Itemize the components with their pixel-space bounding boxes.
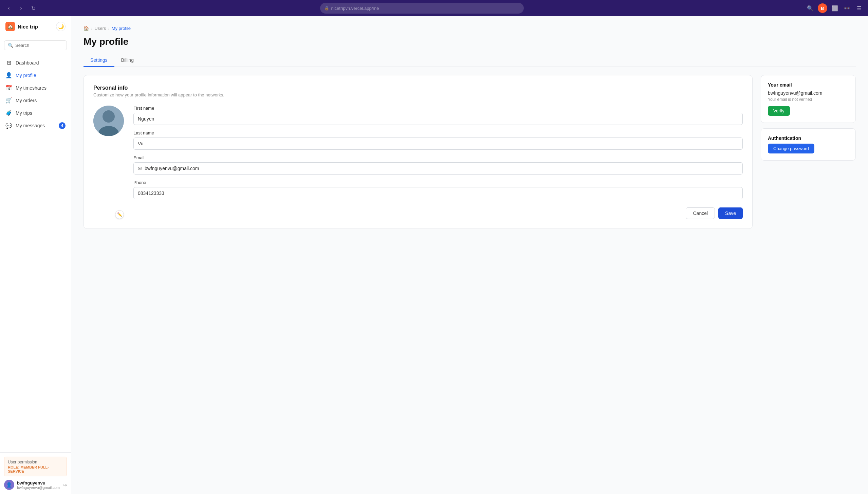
sidebar-header: 🏠 Nice trip 🌙	[0, 16, 71, 37]
card-title: Personal info	[93, 85, 743, 91]
email-card-title: Your email	[768, 82, 849, 88]
first-name-label: First name	[133, 106, 743, 111]
last-name-group: Last name	[133, 130, 743, 150]
email-display: bwfnguyenvu@gmail.com	[768, 90, 849, 96]
logo: 🏠 Nice trip	[5, 22, 38, 31]
email-label: Email	[133, 155, 743, 160]
sidebar-item-my-profile[interactable]: 👤 My profile	[0, 69, 71, 81]
email-input-wrapper: ✉	[133, 162, 743, 175]
user-avatar: 👤	[4, 480, 14, 490]
split-view-button[interactable]: ⬜	[830, 3, 839, 13]
sidebar-item-label: My profile	[16, 73, 36, 78]
auth-card: Authentication Change password	[761, 128, 856, 161]
trips-icon: 🧳	[5, 110, 12, 116]
logo-text: Nice trip	[18, 24, 38, 30]
sidebar-item-label: My timeshares	[16, 85, 47, 91]
search-browser-button[interactable]: 🔍	[806, 3, 815, 13]
breadcrumb-current: My profile	[112, 26, 131, 31]
personal-info-card: Personal info Customize how your profile…	[84, 75, 753, 229]
content-grid: Personal info Customize how your profile…	[84, 75, 856, 229]
last-name-label: Last name	[133, 130, 743, 135]
logo-icon: 🏠	[5, 22, 15, 31]
menu-button[interactable]: ☰	[854, 3, 864, 13]
verify-button[interactable]: Verify	[768, 106, 790, 116]
sidebar-nav: ⊞ Dashboard 👤 My profile 📅 My timeshares…	[0, 54, 71, 452]
user-permission-box: User permission ROLE: MEMBER FULL-SERVIC…	[4, 457, 67, 476]
user-email: bwfnguyenvu@gmail.com	[17, 486, 60, 490]
sidebar-item-label: My orders	[16, 98, 37, 103]
email-input[interactable]	[145, 166, 738, 171]
profile-icon: 👤	[5, 72, 12, 78]
email-card: Your email bwfnguyenvu@gmail.com Your em…	[761, 75, 856, 123]
sidebar-item-my-timeshares[interactable]: 📅 My timeshares	[0, 81, 71, 94]
sidebar-footer: User permission ROLE: MEMBER FULL-SERVIC…	[0, 452, 71, 494]
phone-group: Phone	[133, 180, 743, 199]
back-button[interactable]: ‹	[4, 3, 14, 13]
sidebar-item-label: My trips	[16, 110, 32, 116]
form-actions: Cancel Save	[133, 207, 743, 219]
browser-chrome: ‹ › ↻ 🔒 nicetripvn.vercel.app/me 🔍 B ⬜ 👓…	[0, 0, 868, 16]
first-name-input[interactable]	[133, 113, 743, 125]
home-icon[interactable]: 🏠	[84, 26, 89, 31]
sidebar-item-my-messages[interactable]: 💬 My messages 4	[0, 119, 71, 132]
main-content: 🏠 › Users › My profile My profile Settin…	[71, 16, 868, 494]
app-layout: 🏠 Nice trip 🌙 🔍 ⊞ Dashboard 👤 My profile…	[0, 16, 868, 494]
page-title: My profile	[84, 36, 856, 47]
email-not-verified: Your email is not verified	[768, 97, 849, 102]
connection-icon: 🔒	[324, 6, 329, 11]
breadcrumb: 🏠 › Users › My profile	[84, 26, 856, 31]
avatar-section: ✏️	[93, 106, 124, 219]
first-name-group: First name	[133, 106, 743, 125]
cancel-button[interactable]: Cancel	[686, 207, 715, 219]
phone-input[interactable]	[133, 187, 743, 199]
search-wrapper: 🔍	[4, 40, 67, 50]
form-fields: First name Last name Email ✉	[133, 106, 743, 219]
search-input[interactable]	[15, 43, 63, 48]
avatar-edit-button[interactable]: ✏️	[115, 210, 124, 219]
glasses-button[interactable]: 👓	[842, 3, 852, 13]
last-name-input[interactable]	[133, 138, 743, 150]
breadcrumb-users[interactable]: Users	[94, 26, 106, 31]
svg-point-1	[103, 110, 115, 123]
change-password-button[interactable]: Change password	[768, 144, 814, 153]
tab-settings[interactable]: Settings	[84, 54, 114, 67]
dashboard-icon: ⊞	[5, 59, 12, 66]
card-subtitle: Customize how your profile information w…	[93, 92, 743, 97]
right-cards: Your email bwfnguyenvu@gmail.com Your em…	[761, 75, 856, 161]
mail-icon: ✉	[138, 166, 142, 171]
logout-button[interactable]: ↪	[62, 482, 67, 488]
orders-icon: 🛒	[5, 97, 12, 104]
avatar	[93, 106, 124, 136]
page-tabs: Settings Billing	[84, 54, 856, 67]
phone-label: Phone	[133, 180, 743, 185]
dark-mode-toggle[interactable]: 🌙	[56, 22, 66, 31]
sidebar-item-dashboard[interactable]: ⊞ Dashboard	[0, 56, 71, 69]
sidebar-search-area: 🔍	[0, 37, 71, 54]
sidebar-item-my-trips[interactable]: 🧳 My trips	[0, 107, 71, 119]
username: bwfnguyenvu	[17, 480, 60, 486]
user-info-row: 👤 bwfnguyenvu bwfnguyenvu@gmail.com ↪	[4, 480, 67, 490]
profile-form-layout: ✏️ First name Last name Email	[93, 106, 743, 219]
brave-shield-icon[interactable]: B	[818, 3, 827, 13]
sidebar-item-label: My messages	[16, 123, 45, 128]
forward-button[interactable]: ›	[16, 3, 26, 13]
permission-label: User permission	[8, 460, 63, 464]
sidebar-item-my-orders[interactable]: 🛒 My orders	[0, 94, 71, 107]
auth-card-title: Authentication	[768, 135, 849, 141]
search-icon: 🔍	[8, 43, 13, 48]
address-bar[interactable]: 🔒 nicetripvn.vercel.app/me	[320, 3, 524, 14]
timeshares-icon: 📅	[5, 85, 12, 91]
save-button[interactable]: Save	[718, 207, 743, 219]
messages-badge: 4	[59, 122, 66, 129]
email-group: Email ✉	[133, 155, 743, 175]
tab-billing[interactable]: Billing	[114, 54, 141, 67]
reload-button[interactable]: ↻	[29, 3, 38, 13]
permission-role: ROLE: MEMBER FULL-SERVICE	[8, 465, 63, 473]
messages-icon: 💬	[5, 123, 12, 129]
sidebar: 🏠 Nice trip 🌙 🔍 ⊞ Dashboard 👤 My profile…	[0, 16, 71, 494]
user-text: bwfnguyenvu bwfnguyenvu@gmail.com	[17, 480, 60, 490]
sidebar-item-label: Dashboard	[16, 60, 39, 66]
url-display: nicetripvn.vercel.app/me	[331, 6, 379, 11]
browser-right-actions: 🔍 B ⬜ 👓 ☰	[806, 3, 864, 13]
